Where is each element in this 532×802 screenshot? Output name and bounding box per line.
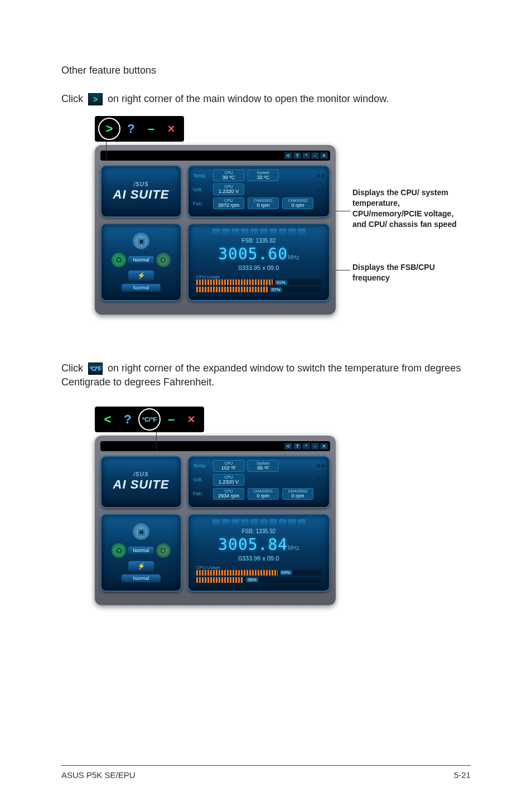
usage-bars: 65% 38%: [193, 570, 325, 584]
bolt-icon[interactable]: ⚡: [128, 561, 154, 571]
volt-label: Volt.: [193, 187, 210, 192]
leader-line: [336, 211, 350, 211]
usage-bar-1: [196, 279, 273, 285]
expand-icon[interactable]: >: [88, 93, 103, 105]
freq-squares: [212, 519, 306, 526]
close-button[interactable]: ×: [182, 410, 201, 429]
usage-label: CPU Usage: [196, 274, 220, 279]
fan-cpu: CPU2872 rpm: [213, 197, 244, 209]
usage-bar-1: [196, 570, 278, 576]
mode-label: Normal: [128, 547, 153, 554]
temp-label: Temp.: [193, 173, 210, 178]
normal-badge: Normal: [122, 284, 160, 292]
tb-minimize[interactable]: -: [311, 152, 319, 159]
leader-line: [336, 270, 350, 270]
tb-close[interactable]: ×: [320, 152, 328, 159]
nav-dot[interactable]: [321, 492, 325, 495]
monitor-icon[interactable]: ▣: [133, 523, 149, 540]
footer-right: 5-21: [454, 770, 471, 780]
nav-dot[interactable]: [317, 202, 320, 205]
nav-dot[interactable]: [317, 188, 320, 191]
suite-text: AI SUITE: [113, 477, 170, 492]
logo-panel: /SUS AI SUITE: [100, 165, 182, 218]
fan-label: Fan.: [193, 491, 210, 496]
nav-dot[interactable]: [317, 464, 320, 467]
nav-dot[interactable]: [317, 174, 320, 177]
mode-wheel[interactable]: ♻ Normal ⚙: [112, 253, 170, 267]
temp-label: Temp.: [193, 463, 210, 468]
mode-left-icon[interactable]: ♻: [112, 253, 126, 267]
nav-dot[interactable]: [321, 188, 325, 191]
suite-text: AI SUITE: [113, 187, 170, 202]
nav-dot[interactable]: [317, 478, 320, 481]
usage-bar-2: [196, 577, 244, 583]
page-footer: ASUS P5K SE/EPU 5-21: [61, 765, 471, 780]
usage-bar-2: [196, 287, 268, 292]
cpu-freq: 3005.60MHz: [218, 245, 299, 263]
bolt-icon[interactable]: ⚡: [128, 270, 154, 281]
volt-cpu: CPU1.2320 V: [213, 474, 244, 486]
tb-collapse[interactable]: <: [284, 443, 292, 450]
minimize-button[interactable]: –: [162, 410, 181, 429]
callout-monitor: Displays the CPU/ system temperature, CP…: [352, 187, 464, 230]
section-heading: Other feature buttons: [61, 65, 471, 76]
temp-unit-icon[interactable]: °C/°F: [88, 363, 103, 375]
figure-1: > ? – × < ? ° - × /SUS AI SUITE: [61, 116, 471, 339]
logo-panel: /SUS AI SUITE: [100, 456, 182, 508]
tb-temp-unit[interactable]: °: [302, 152, 310, 159]
mode-left-icon[interactable]: ♻: [112, 543, 126, 558]
fan-chassis2: CHASSIS20 rpm: [282, 488, 313, 500]
tb-minimize[interactable]: -: [311, 443, 319, 450]
nav-dot[interactable]: [321, 202, 325, 205]
nav-dot[interactable]: [321, 478, 325, 481]
volt-label: Volt.: [193, 477, 210, 482]
collapse-button[interactable]: <: [98, 410, 117, 429]
help-button[interactable]: ?: [118, 410, 137, 429]
instr2-post: on right corner of the expanded window t…: [61, 363, 461, 388]
instr2-pre: Click: [61, 363, 83, 374]
window-titlebar: < ? ° - ×: [100, 441, 330, 451]
figure-2: < ? °C/°F – × < ? ° - × /SUS AI SUITE: [61, 407, 471, 630]
cpu-freq: 3005.84MHz: [218, 535, 299, 554]
frequency-panel: FSB: 1335.82 3005.60MHz 0333.95 x 09.0 C…: [187, 223, 330, 301]
minimize-button[interactable]: –: [142, 119, 161, 138]
monitor-icon[interactable]: ▣: [133, 233, 149, 249]
temp-unit-button-highlight: °C/°F: [138, 408, 161, 431]
temp-system: System89 ºF: [248, 460, 279, 472]
close-button[interactable]: ×: [162, 119, 181, 138]
footer-left: ASUS P5K SE/EPU: [61, 770, 136, 780]
nav-dot[interactable]: [321, 464, 325, 467]
freq-squares: [212, 229, 306, 235]
monitor-panel: Temp. CPU39 ºC System32 ºC Volt. CPU1.23…: [187, 165, 330, 218]
leader-line: [106, 142, 107, 161]
mode-right-icon[interactable]: ⚙: [156, 543, 171, 558]
expand-button[interactable]: >: [100, 119, 119, 138]
temp-unit-button[interactable]: °C/°F: [140, 410, 159, 429]
mode-panel: ▣ ♻ Normal ⚙ ⚡ Normal: [100, 514, 182, 592]
usage-label: CPU Usage: [196, 565, 220, 570]
toolbar-zoom-1: > ? – ×: [95, 116, 184, 142]
usage-bars: 61% 57%: [193, 279, 325, 294]
mode-right-icon[interactable]: ⚙: [156, 253, 171, 267]
tb-close[interactable]: ×: [320, 443, 328, 450]
tb-help[interactable]: ?: [293, 443, 301, 450]
tb-help[interactable]: ?: [293, 152, 301, 159]
instruction-2: Click °C/°F on right corner of the expan…: [61, 361, 471, 389]
nav-dot[interactable]: [317, 492, 320, 495]
fan-chassis2: CHASSIS20 rpm: [282, 197, 313, 209]
instruction-1: Click > on right corner of the main wind…: [61, 92, 471, 106]
fan-chassis1: CHASSIS10 rpm: [248, 197, 279, 209]
temp-system: System32 ºC: [248, 170, 279, 181]
nav-dot[interactable]: [321, 174, 325, 177]
toolbar-zoom-2: < ? °C/°F – ×: [95, 407, 204, 432]
brand-text: /SUS: [133, 471, 148, 477]
mode-wheel[interactable]: ♻ Normal ⚙: [112, 543, 170, 558]
callout-freq: Displays the FSB/CPU frequency: [352, 262, 464, 283]
tb-collapse[interactable]: <: [284, 152, 292, 159]
ai-suite-window: < ? ° - × /SUS AI SUITE ▣ ♻ Normal: [95, 145, 336, 315]
normal-badge: Normal: [122, 574, 160, 582]
leader-line: [156, 432, 157, 451]
help-button[interactable]: ?: [122, 119, 141, 138]
mode-panel: ▣ ♻ Normal ⚙ ⚡ Normal: [100, 223, 182, 301]
tb-temp-unit[interactable]: °: [302, 443, 310, 450]
